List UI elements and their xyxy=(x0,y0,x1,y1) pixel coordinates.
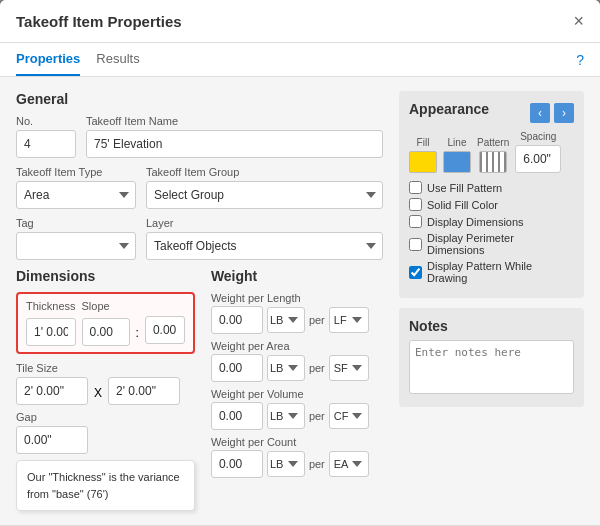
pattern-swatch[interactable] xyxy=(479,151,507,173)
wt-count-meas[interactable]: EA xyxy=(329,451,369,477)
dimensions-panel: Dimensions Thickness Slope xyxy=(16,268,195,511)
no-label: No. xyxy=(16,115,76,127)
chk-pattern-while-drawing-label[interactable]: Display Pattern While Drawing xyxy=(427,260,574,284)
line-swatch[interactable] xyxy=(443,151,471,173)
wt-volume-unit[interactable]: LB xyxy=(267,403,305,429)
wt-volume-per: per xyxy=(309,410,325,422)
chk-use-fill-label[interactable]: Use Fill Pattern xyxy=(427,182,502,194)
notes-panel: Notes xyxy=(399,308,584,407)
close-button[interactable]: × xyxy=(573,12,584,30)
spacing-col: Spacing xyxy=(515,131,561,173)
chk-solid-fill-label[interactable]: Solid Fill Color xyxy=(427,199,498,211)
chk-perimeter-row: Display Perimeter Dimensions xyxy=(409,232,574,256)
wt-volume-meas[interactable]: CF xyxy=(329,403,369,429)
gap-input[interactable] xyxy=(16,426,88,454)
chk-perimeter[interactable] xyxy=(409,238,422,251)
slope-input2[interactable] xyxy=(145,316,185,344)
thickness-highlight: Thickness Slope : xyxy=(16,292,195,354)
slope-input1[interactable] xyxy=(82,318,130,346)
chk-solid-fill-row: Solid Fill Color xyxy=(409,198,574,211)
wt-length-meas[interactable]: LF xyxy=(329,307,369,333)
callout-box: Our "Thickness" is the variance from "ba… xyxy=(16,460,195,511)
callout-text: Our "Thickness" is the variance from "ba… xyxy=(27,471,180,500)
chk-solid-fill[interactable] xyxy=(409,198,422,211)
wt-length-label: Weight per Length xyxy=(211,292,383,304)
spacing-input[interactable] xyxy=(515,145,561,173)
chk-use-fill[interactable] xyxy=(409,181,422,194)
wt-count-per: per xyxy=(309,458,325,470)
dialog-header: Takeoff Item Properties × xyxy=(0,0,600,43)
wt-volume-input[interactable] xyxy=(211,402,263,430)
tab-results[interactable]: Results xyxy=(96,43,139,76)
spacing-label: Spacing xyxy=(520,131,556,142)
tile-size-row: Tile Size X xyxy=(16,362,195,405)
wt-area-per: per xyxy=(309,362,325,374)
appearance-title: Appearance xyxy=(409,101,489,117)
wt-count-unit[interactable]: LB xyxy=(267,451,305,477)
notes-textarea[interactable] xyxy=(409,340,574,394)
group-select[interactable]: Select Group xyxy=(146,181,383,209)
tile-size-y-input[interactable] xyxy=(108,377,180,405)
layer-label: Layer xyxy=(146,217,383,229)
tabs-bar: Properties Results ? xyxy=(0,43,600,77)
chk-display-dim-label[interactable]: Display Dimensions xyxy=(427,216,524,228)
nav-left-button[interactable]: ‹ xyxy=(530,103,550,123)
weight-panel: Weight Weight per Length LB per LF Wei xyxy=(211,268,383,511)
wt-area-input[interactable] xyxy=(211,354,263,382)
dimensions-title: Dimensions xyxy=(16,268,195,284)
chk-use-fill-row: Use Fill Pattern xyxy=(409,181,574,194)
pattern-col: Pattern xyxy=(477,137,509,173)
nav-arrows: ‹ › xyxy=(530,103,574,123)
fill-label: Fill xyxy=(417,137,430,148)
tile-x-sep: X xyxy=(94,386,102,405)
slope-colon: : xyxy=(136,326,139,346)
wt-count-input[interactable] xyxy=(211,450,263,478)
wt-count-label: Weight per Count xyxy=(211,436,383,448)
wt-length-per: per xyxy=(309,314,325,326)
layer-select[interactable]: Takeoff Objects xyxy=(146,232,383,260)
line-col: Line xyxy=(443,137,471,173)
left-panel: General No. Takeoff Item Name Takeoff It… xyxy=(16,91,383,511)
wt-area-label: Weight per Area xyxy=(211,340,383,352)
tag-select[interactable] xyxy=(16,232,136,260)
type-label: Takeoff Item Type xyxy=(16,166,136,178)
fill-swatch[interactable] xyxy=(409,151,437,173)
no-input[interactable] xyxy=(16,130,76,158)
wt-length-input[interactable] xyxy=(211,306,263,334)
thickness-input[interactable] xyxy=(26,318,76,346)
appearance-panel: Appearance ‹ › Fill Line xyxy=(399,91,584,298)
pattern-label: Pattern xyxy=(477,137,509,148)
dialog-container: Takeoff Item Properties × Properties Res… xyxy=(0,0,600,526)
wt-area-unit[interactable]: LB xyxy=(267,355,305,381)
general-section-title: General xyxy=(16,91,383,107)
notes-title: Notes xyxy=(409,318,574,334)
wt-area-meas[interactable]: SF xyxy=(329,355,369,381)
help-icon[interactable]: ? xyxy=(576,52,584,68)
thickness-label: Thickness xyxy=(26,300,76,312)
chk-pattern-while-drawing[interactable] xyxy=(409,266,422,279)
name-input[interactable] xyxy=(86,130,383,158)
dialog-body: General No. Takeoff Item Name Takeoff It… xyxy=(0,77,600,525)
nav-right-button[interactable]: › xyxy=(554,103,574,123)
tag-label: Tag xyxy=(16,217,136,229)
right-panel: Appearance ‹ › Fill Line xyxy=(399,91,584,511)
chk-pattern-while-drawing-row: Display Pattern While Drawing xyxy=(409,260,574,284)
wt-length-unit[interactable]: LB xyxy=(267,307,305,333)
weight-title: Weight xyxy=(211,268,383,284)
chk-display-dim[interactable] xyxy=(409,215,422,228)
wt-volume-label: Weight per Volume xyxy=(211,388,383,400)
chk-display-dim-row: Display Dimensions xyxy=(409,215,574,228)
dialog-title: Takeoff Item Properties xyxy=(16,13,182,30)
group-label: Takeoff Item Group xyxy=(146,166,383,178)
slope-label: Slope xyxy=(82,300,130,312)
fill-col: Fill xyxy=(409,137,437,173)
tile-size-x-input[interactable] xyxy=(16,377,88,405)
type-select[interactable]: Area xyxy=(16,181,136,209)
name-label: Takeoff Item Name xyxy=(86,115,383,127)
gap-label: Gap xyxy=(16,411,195,423)
line-label: Line xyxy=(448,137,467,148)
tab-properties[interactable]: Properties xyxy=(16,43,80,76)
tile-size-label: Tile Size xyxy=(16,362,88,374)
chk-perimeter-label[interactable]: Display Perimeter Dimensions xyxy=(427,232,574,256)
